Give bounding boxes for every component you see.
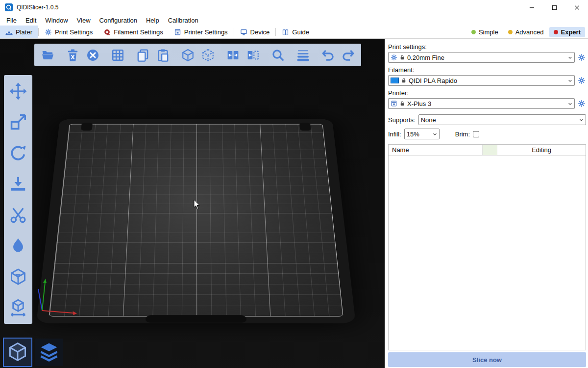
layers-stack-icon (38, 341, 60, 364)
supports-combo[interactable]: None (418, 114, 586, 125)
arrange-button[interactable] (108, 46, 127, 64)
cut-button[interactable] (7, 204, 29, 226)
measure-cube-icon (9, 298, 27, 317)
place-on-face-button[interactable] (7, 173, 29, 195)
tab-label: Guide (292, 28, 309, 36)
mode-label: Simple (479, 28, 498, 36)
cube-dashed-icon (201, 48, 215, 62)
mode-dot-icon (554, 30, 558, 34)
add-instance-button[interactable] (178, 46, 197, 64)
preview-view-button[interactable] (35, 339, 63, 366)
tab-print-settings[interactable]: Print Settings (39, 26, 98, 38)
copy-button[interactable] (133, 46, 152, 64)
toolbar-group (269, 46, 287, 64)
object-list-body[interactable] (389, 156, 586, 350)
menu-calibration[interactable]: Calibration (164, 16, 203, 25)
menu-bar: FileEditWindowViewConfigurationHelpCalib… (0, 15, 588, 26)
chevron-down-icon (567, 78, 573, 84)
tab-device[interactable]: Device (235, 26, 275, 38)
paste-button[interactable] (153, 46, 172, 64)
column-header-printable[interactable] (483, 145, 497, 155)
filament-combo[interactable]: QIDI PLA Rapido (388, 75, 575, 86)
emboss-text-button[interactable] (7, 265, 29, 288)
brim-label: Brim: (455, 131, 470, 138)
measure-button[interactable] (7, 296, 29, 319)
slice-now-button[interactable]: Slice now (388, 352, 586, 367)
scale-button[interactable] (7, 111, 29, 133)
minimize-button[interactable] (520, 0, 543, 15)
delete-all-button[interactable] (83, 46, 102, 64)
mode-simple[interactable]: Simple (467, 27, 503, 37)
column-header-editing[interactable]: Editing (497, 146, 586, 154)
cube-outline-icon (9, 267, 27, 286)
menu-file[interactable]: File (2, 16, 21, 25)
editor-view-button[interactable] (4, 339, 31, 366)
move-arrows-icon (9, 82, 27, 101)
filament-gear-button[interactable] (577, 76, 586, 85)
mode-advanced[interactable]: Advanced (504, 27, 548, 37)
window-controls (520, 0, 588, 15)
tab-label: Print Settings (55, 28, 93, 36)
bed-icon (5, 28, 13, 36)
variable-layer-height-button[interactable] (294, 46, 312, 64)
print-settings-combo[interactable]: 0.20mm Fine (388, 52, 575, 63)
window-title: QIDISlicer-1.0.5 (17, 4, 58, 11)
tab-plater[interactable]: Plater (0, 26, 38, 38)
menu-edit[interactable]: Edit (21, 16, 41, 25)
menu-view[interactable]: View (73, 16, 95, 25)
close-button[interactable] (565, 0, 588, 15)
toolbar-group (38, 46, 57, 64)
print-bed-surface (49, 124, 343, 316)
mode-label: Expert (561, 28, 581, 36)
undo-button[interactable] (318, 46, 337, 64)
left-toolbar (4, 75, 32, 324)
flatten-icon (9, 175, 27, 193)
layer-lines-icon (296, 48, 310, 62)
search-button[interactable] (269, 46, 287, 64)
app-window: QIDISlicer-1.0.5 FileEditWindowViewConfi… (0, 0, 588, 368)
filament-value: QIDI PLA Rapido (409, 77, 565, 84)
object-list-header: Name Editing (389, 145, 586, 156)
circle-x-icon (86, 48, 100, 62)
maximize-button[interactable] (543, 0, 565, 15)
printer-gear-button[interactable] (577, 99, 586, 108)
tab-bar-tabs: PlaterPrint SettingsFilament SettingsPri… (0, 26, 315, 38)
paint-supports-button[interactable] (7, 235, 29, 257)
menu-help[interactable]: Help (142, 16, 164, 25)
infill-value: 15% (407, 131, 430, 138)
bed-clip-left (81, 123, 93, 131)
printer-icon (391, 100, 397, 107)
split-to-objects-button[interactable] (223, 46, 242, 64)
column-header-name[interactable]: Name (389, 145, 483, 155)
print-settings-gear-button[interactable] (577, 53, 586, 62)
gear-icon (391, 54, 397, 61)
toolbar-group (178, 46, 217, 64)
redo-arrow-icon (341, 48, 355, 62)
gear-icon (45, 28, 52, 36)
tab-guide[interactable]: Guide (276, 26, 315, 38)
rotate-button[interactable] (7, 142, 29, 164)
mode-label: Advanced (515, 28, 544, 36)
move-button[interactable] (7, 80, 29, 103)
mode-expert[interactable]: Expert (549, 27, 585, 37)
delete-button[interactable] (63, 46, 82, 64)
tab-filament-settings[interactable]: Filament Settings (98, 26, 168, 38)
printer-combo[interactable]: X-Plus 3 (388, 98, 575, 109)
filament-label: Filament: (388, 66, 586, 74)
infill-combo[interactable]: 15% (404, 129, 440, 139)
remove-instance-button[interactable] (198, 46, 217, 64)
folder-open-icon (41, 48, 55, 62)
monitor-icon (240, 28, 247, 36)
chevron-down-icon (578, 117, 585, 123)
3d-viewport[interactable] (0, 39, 385, 368)
menu-configuration[interactable]: Configuration (95, 16, 142, 25)
printer-icon (174, 28, 181, 36)
menu-window[interactable]: Window (41, 16, 72, 25)
split-to-parts-button[interactable] (244, 46, 262, 64)
brim-checkbox[interactable] (473, 131, 479, 137)
open-button[interactable] (38, 46, 57, 64)
rotate-circular-icon (9, 144, 27, 162)
redo-button[interactable] (339, 46, 357, 64)
tab-printer-settings[interactable]: Printer Settings (169, 26, 233, 38)
object-list[interactable]: Name Editing (388, 144, 586, 350)
